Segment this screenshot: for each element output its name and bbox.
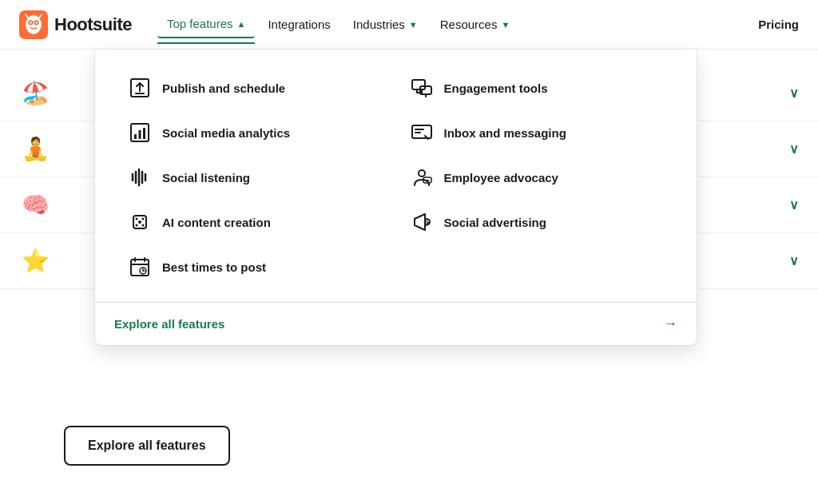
- svg-rect-9: [412, 80, 425, 89]
- svg-rect-17: [415, 132, 421, 133]
- svg-rect-16: [415, 129, 424, 130]
- pricing-link[interactable]: Pricing: [758, 18, 799, 31]
- explore-all-features-link[interactable]: Explore all features →: [114, 303, 677, 345]
- chevron-down-icon-2: ▼: [501, 20, 510, 30]
- nav-right: Pricing: [758, 18, 799, 32]
- chevron-right-icon-4[interactable]: ∨: [789, 253, 799, 268]
- dropdown-grid: Publish and schedule Engagement tools: [95, 50, 697, 296]
- dropdown-item-engagement-tools[interactable]: Engagement tools: [396, 65, 678, 110]
- explore-arrow-icon: →: [663, 315, 677, 332]
- navbar: Hootsuite Top features ▲ Integrations In…: [0, 0, 818, 50]
- svg-rect-14: [143, 128, 145, 139]
- emoji-meditation: 🧘: [19, 136, 51, 162]
- svg-point-28: [142, 218, 145, 220]
- nav-menu: Top features ▲ Integrations Industries ▼…: [157, 10, 758, 38]
- dropdown-item-social-advertising[interactable]: Social advertising: [396, 200, 678, 244]
- explore-btn-container: Explore all features: [64, 426, 230, 466]
- chevron-up-icon: ▲: [237, 19, 246, 29]
- social-advertising-icon: [409, 209, 435, 235]
- publish-schedule-icon: [127, 75, 153, 101]
- dropdown-item-employee-advocacy[interactable]: Employee advocacy: [396, 155, 678, 200]
- nav-label-integrations: Integrations: [268, 18, 330, 31]
- svg-point-23: [419, 170, 425, 177]
- ai-content-icon: [127, 209, 153, 235]
- nav-label-resources: Resources: [440, 18, 498, 31]
- nav-item-top-features[interactable]: Top features ▲: [157, 10, 255, 38]
- dropdown-item-best-times[interactable]: Best times to post: [114, 244, 396, 289]
- nav-item-resources[interactable]: Resources ▼: [431, 11, 520, 38]
- hootsuite-owl-icon: [19, 10, 48, 39]
- svg-point-4: [30, 21, 32, 23]
- dropdown-item-social-listening[interactable]: Social listening: [114, 155, 396, 200]
- employee-advocacy-icon: [409, 165, 435, 190]
- chevron-right-icon-2[interactable]: ∨: [789, 141, 799, 157]
- svg-point-27: [136, 218, 138, 220]
- social-analytics-label: Social media analytics: [162, 126, 290, 140]
- engagement-tools-label: Engagement tools: [444, 81, 548, 95]
- nav-item-integrations[interactable]: Integrations: [258, 11, 340, 38]
- chevron-down-icon: ▼: [409, 20, 418, 30]
- emoji-star: ⭐: [19, 248, 51, 274]
- explore-all-features-button[interactable]: Explore all features: [64, 426, 230, 466]
- top-features-dropdown: Publish and schedule Engagement tools: [94, 50, 697, 346]
- svg-rect-12: [134, 134, 137, 139]
- nav-label-industries: Industries: [353, 18, 405, 31]
- logo-text: Hootsuite: [54, 14, 132, 35]
- social-analytics-icon: [127, 120, 153, 145]
- explore-all-label: Explore all features: [114, 317, 224, 331]
- dropdown-footer: Explore all features →: [95, 302, 697, 345]
- svg-rect-34: [131, 260, 149, 276]
- engagement-tools-icon: [409, 75, 435, 101]
- chevron-right-icon-1[interactable]: ∨: [789, 85, 799, 101]
- inbox-messaging-icon: [409, 120, 435, 145]
- social-listening-label: Social listening: [162, 171, 250, 185]
- best-times-icon: [127, 254, 153, 280]
- svg-rect-15: [412, 125, 431, 138]
- employee-advocacy-label: Employee advocacy: [444, 171, 558, 185]
- emoji-brain: 🧠: [19, 192, 51, 218]
- inbox-messaging-label: Inbox and messaging: [444, 126, 566, 140]
- dropdown-item-ai-content[interactable]: AI content creation: [114, 200, 396, 244]
- nav-item-industries[interactable]: Industries ▼: [343, 11, 427, 38]
- svg-point-5: [35, 21, 38, 23]
- nav-label-top-features: Top features: [167, 17, 233, 30]
- dropdown-item-publish-schedule[interactable]: Publish and schedule: [114, 65, 396, 110]
- dropdown-item-inbox-messaging[interactable]: Inbox and messaging: [396, 110, 678, 155]
- chevron-right-icon-3[interactable]: ∨: [789, 197, 799, 212]
- svg-point-29: [136, 224, 138, 227]
- svg-point-30: [142, 224, 145, 227]
- svg-rect-13: [139, 130, 141, 139]
- social-advertising-label: Social advertising: [444, 216, 546, 229]
- ai-content-label: AI content creation: [162, 216, 271, 229]
- svg-marker-32: [415, 214, 425, 230]
- logo[interactable]: Hootsuite: [19, 10, 132, 39]
- emoji-beach: 🏖️: [19, 80, 51, 106]
- svg-point-31: [138, 220, 141, 224]
- social-listening-icon: [127, 165, 153, 190]
- publish-schedule-label: Publish and schedule: [162, 81, 285, 95]
- dropdown-item-social-analytics[interactable]: Social media analytics: [114, 110, 396, 155]
- best-times-label: Best times to post: [162, 260, 266, 274]
